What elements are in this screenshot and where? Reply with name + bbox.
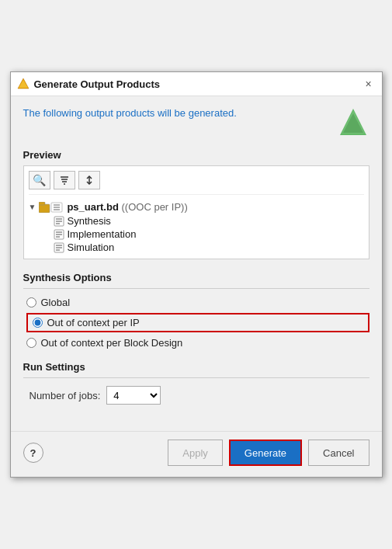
radio-ooc-block-input[interactable] <box>26 338 36 348</box>
preview-section-title: Preview <box>23 149 369 161</box>
tree-root-row[interactable]: ▼ ps_uart.bd ((OOC per IP)) <box>29 200 364 214</box>
radio-ooc-ip-input[interactable] <box>33 318 43 328</box>
synthesis-options-title: Synthesis Options <box>23 272 369 283</box>
radio-ooc-ip-highlight: Out of context per IP <box>26 313 369 332</box>
jobs-row: Number of jobs: 1 2 3 4 6 8 <box>23 386 369 405</box>
simulation-icon <box>54 242 64 253</box>
title-bar-left: Generate Output Products <box>17 78 161 90</box>
tree-item-synthesis-label: Synthesis <box>68 215 111 227</box>
jobs-label: Number of jobs: <box>29 390 101 401</box>
run-settings-section: Run Settings Number of jobs: 1 2 3 4 6 8 <box>23 361 369 405</box>
preview-toolbar: 🔍 <box>29 171 364 195</box>
radio-ooc-block-label: Out of context per Block Design <box>41 337 183 349</box>
tree-chevron: ▼ <box>29 203 36 211</box>
svg-rect-10 <box>39 204 50 213</box>
dialog-footer: ? Apply Generate Cancel <box>11 431 382 477</box>
radio-global[interactable]: Global <box>26 297 369 308</box>
radio-ooc-block[interactable]: Out of context per Block Design <box>26 337 369 349</box>
footer-left: ? <box>23 443 43 463</box>
jobs-select[interactable]: 1 2 3 4 6 8 <box>106 386 161 405</box>
filter1-icon <box>59 175 70 186</box>
apply-button[interactable]: Apply <box>168 440 223 466</box>
radio-ooc-ip-label: Out of context per IP <box>47 317 140 328</box>
generate-output-products-dialog: Generate Output Products × The following… <box>10 71 383 478</box>
synthesis-icon <box>54 216 64 227</box>
preview-box: 🔍 <box>23 165 369 259</box>
close-button[interactable]: × <box>362 77 376 91</box>
run-settings-title: Run Settings <box>23 361 369 373</box>
cancel-button[interactable]: Cancel <box>308 440 369 466</box>
tree-item-synthesis[interactable]: Synthesis <box>54 214 364 228</box>
run-settings-divider <box>23 377 369 378</box>
tree-item-simulation[interactable]: Simulation <box>54 241 364 254</box>
intro-area: The following output products will be ge… <box>23 107 369 140</box>
svg-marker-4 <box>342 110 365 134</box>
tree-item-implementation-label: Implementation <box>68 228 137 240</box>
footer-right: Apply Generate Cancel <box>168 440 369 466</box>
tree-item-simulation-label: Simulation <box>68 241 115 253</box>
svg-marker-1 <box>19 80 28 88</box>
help-button[interactable]: ? <box>23 443 43 463</box>
generate-button[interactable]: Generate <box>229 440 302 466</box>
filter2-icon <box>84 175 95 186</box>
app-icon <box>17 78 29 90</box>
svg-rect-11 <box>39 202 45 205</box>
synthesis-options-section: Synthesis Options Global Out of context … <box>23 272 369 349</box>
radio-global-label: Global <box>41 297 71 308</box>
bd-file-icon <box>39 202 64 213</box>
vivado-logo <box>337 107 369 140</box>
implementation-icon <box>54 229 64 240</box>
synthesis-divider <box>23 288 369 289</box>
filter1-button[interactable] <box>54 171 75 189</box>
search-button[interactable]: 🔍 <box>29 171 50 189</box>
radio-ooc-ip[interactable]: Out of context per IP <box>33 317 140 328</box>
tree-children: Synthesis Implementation <box>54 214 364 254</box>
preview-section: Preview 🔍 <box>23 149 369 259</box>
synthesis-radio-group: Global Out of context per IP Out of cont… <box>23 297 369 349</box>
dialog-body: The following output products will be ge… <box>11 96 382 431</box>
tree-item-implementation[interactable]: Implementation <box>54 228 364 241</box>
title-bar: Generate Output Products × <box>11 72 382 96</box>
intro-text: The following output products will be ge… <box>23 107 237 119</box>
radio-global-input[interactable] <box>26 297 36 308</box>
tree-root-label: ps_uart.bd ((OOC per IP)) <box>67 201 187 213</box>
filter2-button[interactable] <box>78 171 100 189</box>
dialog-title: Generate Output Products <box>34 78 161 90</box>
